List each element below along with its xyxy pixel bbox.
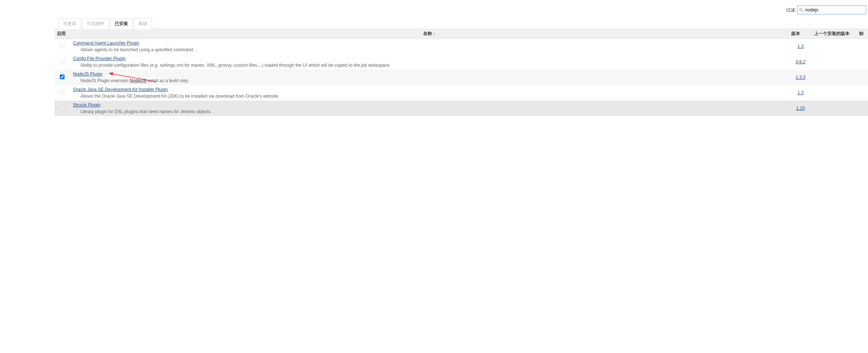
prev-version bbox=[812, 39, 857, 55]
version-link[interactable]: 1.3 bbox=[798, 90, 804, 95]
plugin-cell: Oracle Java SE Development Kit Installer… bbox=[69, 85, 789, 101]
version-link[interactable]: 1.3 bbox=[798, 44, 804, 49]
version-link[interactable]: 3.6.2 bbox=[796, 59, 806, 64]
uninstall-cell bbox=[857, 39, 868, 55]
col-version[interactable]: 版本 bbox=[789, 29, 812, 39]
tab-updatable[interactable]: 可更新 bbox=[58, 18, 81, 29]
plugin-link[interactable]: Config File Provider Plugin bbox=[73, 56, 125, 61]
version-link[interactable]: 1.3.3 bbox=[796, 75, 806, 80]
svg-line-1 bbox=[802, 11, 803, 12]
uninstall-cell bbox=[857, 54, 868, 70]
tab-available[interactable]: 可选插件 bbox=[82, 18, 109, 29]
col-name[interactable]: 名称 ↓ bbox=[69, 29, 789, 39]
plugin-cell: Command Agent Launcher PluginAllows agen… bbox=[69, 39, 789, 55]
plugin-desc: Ability to provide configuration files (… bbox=[73, 61, 787, 68]
tabs: 可更新 可选插件 已安装 高级 bbox=[58, 18, 868, 29]
plugin-link[interactable]: Structs Plugin bbox=[73, 102, 100, 108]
plugin-link[interactable]: NodeJS Plugin bbox=[73, 71, 102, 77]
prev-version bbox=[812, 54, 857, 70]
plugin-desc: NodeJS Plugin executes NodeJS script as … bbox=[73, 77, 787, 83]
plugin-link[interactable]: Command Agent Launcher Plugin bbox=[73, 41, 139, 46]
plugin-link[interactable]: Oracle Java SE Development Kit Installer… bbox=[73, 87, 168, 92]
tab-installed[interactable]: 已安装 bbox=[110, 18, 133, 29]
table-row: NodeJS PluginNodeJS Plugin executes Node… bbox=[55, 70, 868, 85]
table-row: Structs PluginLibrary plugin for DSL plu… bbox=[55, 101, 868, 116]
enable-checkbox bbox=[60, 90, 65, 95]
version-link[interactable]: 1.20 bbox=[796, 106, 805, 111]
plugin-desc: Allows agents to be launched using a spe… bbox=[73, 46, 787, 52]
enable-checkbox bbox=[60, 105, 65, 110]
uninstall-cell bbox=[857, 85, 868, 101]
table-row: Oracle Java SE Development Kit Installer… bbox=[55, 85, 868, 101]
uninstall-cell bbox=[857, 101, 868, 116]
plugin-desc: Library plugin for DSL plugins that need… bbox=[73, 108, 787, 114]
plugin-desc: Allows the Oracle Java SE Development Ki… bbox=[73, 92, 787, 99]
enable-checkbox[interactable] bbox=[60, 74, 65, 79]
enable-checkbox bbox=[60, 59, 65, 64]
filter-row: 过滤: bbox=[0, 4, 868, 18]
table-row: Config File Provider PluginAbility to pr… bbox=[55, 54, 868, 70]
enable-checkbox bbox=[60, 43, 65, 48]
prev-version bbox=[812, 85, 857, 101]
svg-point-0 bbox=[800, 8, 802, 11]
filter-label: 过滤: bbox=[786, 7, 796, 13]
plugin-cell: Structs PluginLibrary plugin for DSL plu… bbox=[69, 101, 789, 116]
plugins-table: 启用 名称 ↓ 版本 上一个安装的版本 卸 Command Agent Laun… bbox=[55, 29, 868, 116]
uninstall-cell bbox=[857, 70, 868, 85]
prev-version bbox=[812, 101, 857, 116]
filter-input[interactable] bbox=[798, 6, 866, 14]
table-row: Command Agent Launcher PluginAllows agen… bbox=[55, 39, 868, 55]
search-icon bbox=[799, 8, 803, 12]
prev-version bbox=[812, 70, 857, 85]
plugin-cell: NodeJS PluginNodeJS Plugin executes Node… bbox=[69, 70, 789, 85]
col-enable[interactable]: 启用 bbox=[55, 29, 69, 39]
col-uninstall[interactable]: 卸 bbox=[857, 29, 868, 39]
tab-advanced[interactable]: 高级 bbox=[134, 18, 152, 29]
plugin-cell: Config File Provider PluginAbility to pr… bbox=[69, 54, 789, 70]
col-prev[interactable]: 上一个安装的版本 bbox=[812, 29, 857, 39]
